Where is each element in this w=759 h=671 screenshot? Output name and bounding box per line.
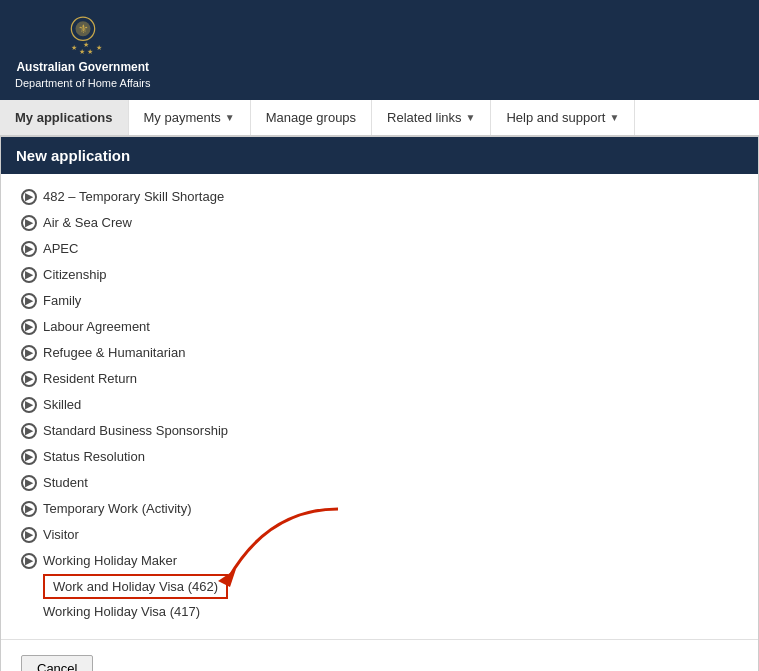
- app-item-refugee[interactable]: ▶Refugee & Humanitarian: [21, 340, 738, 366]
- expand-icon-status-resolution: ▶: [21, 449, 37, 465]
- gov-name-line1: Australian Government: [15, 60, 151, 76]
- section-header: New application: [1, 137, 758, 174]
- my-payments-caret: ▼: [225, 112, 235, 123]
- nav-my-applications[interactable]: My applications: [0, 100, 129, 135]
- app-item-resident-return[interactable]: ▶Resident Return: [21, 366, 738, 392]
- sub-item-working-holiday-417[interactable]: Working Holiday Visa (417): [21, 599, 738, 624]
- logo-area: ⚜ ★ ★ ★ ★ ★ Australian Government Depart…: [15, 10, 151, 90]
- app-item-status-resolution[interactable]: ▶Status Resolution: [21, 444, 738, 470]
- nav-manage-groups[interactable]: Manage groups: [251, 100, 372, 135]
- expand-icon-temp-work: ▶: [21, 501, 37, 517]
- expand-icon-standard-business: ▶: [21, 423, 37, 439]
- app-item-citizenship[interactable]: ▶Citizenship: [21, 262, 738, 288]
- expand-icon-labour-agreement: ▶: [21, 319, 37, 335]
- app-item-air-sea-crew[interactable]: ▶Air & Sea Crew: [21, 210, 738, 236]
- svg-text:★: ★: [70, 44, 76, 51]
- svg-text:★: ★: [87, 48, 93, 55]
- nav-related-links[interactable]: Related links ▼: [372, 100, 491, 135]
- app-item-482[interactable]: ▶482 – Temporary Skill Shortage: [21, 184, 738, 210]
- main-content: New application ▶482 – Temporary Skill S…: [0, 136, 759, 671]
- svg-text:★: ★: [95, 44, 101, 51]
- expand-icon-refugee: ▶: [21, 345, 37, 361]
- nav-help-support[interactable]: Help and support ▼: [491, 100, 635, 135]
- svg-text:★: ★: [79, 48, 85, 55]
- app-item-skilled[interactable]: ▶Skilled: [21, 392, 738, 418]
- app-item-apec[interactable]: ▶APEC: [21, 236, 738, 262]
- app-item-temp-work[interactable]: ▶Temporary Work (Activity): [21, 496, 738, 522]
- app-item-standard-business[interactable]: ▶Standard Business Sponsorship: [21, 418, 738, 444]
- gov-name-line2: Department of Home Affairs: [15, 76, 151, 90]
- expand-icon-resident-return: ▶: [21, 371, 37, 387]
- gov-text: Australian Government Department of Home…: [15, 60, 151, 90]
- nav-my-payments[interactable]: My payments ▼: [129, 100, 251, 135]
- app-item-family[interactable]: ▶Family: [21, 288, 738, 314]
- expand-icon-citizenship: ▶: [21, 267, 37, 283]
- government-logo: ⚜ ★ ★ ★ ★ ★: [58, 10, 108, 60]
- app-item-labour-agreement[interactable]: ▶Labour Agreement: [21, 314, 738, 340]
- section-title: New application: [16, 147, 130, 164]
- cancel-button[interactable]: Cancel: [21, 655, 93, 671]
- nav-bar: My applications My payments ▼ Manage gro…: [0, 100, 759, 136]
- expand-icon-student: ▶: [21, 475, 37, 491]
- related-links-caret: ▼: [466, 112, 476, 123]
- application-list: ▶482 – Temporary Skill Shortage▶Air & Se…: [1, 174, 758, 634]
- expand-icon-482: ▶: [21, 189, 37, 205]
- expand-icon-skilled: ▶: [21, 397, 37, 413]
- cancel-section: Cancel: [1, 639, 758, 671]
- expand-icon-visitor: ▶: [21, 527, 37, 543]
- app-item-student[interactable]: ▶Student: [21, 470, 738, 496]
- expand-icon-apec: ▶: [21, 241, 37, 257]
- expand-icon-air-sea-crew: ▶: [21, 215, 37, 231]
- app-item-working-holiday-maker[interactable]: ▶Working Holiday Maker: [21, 548, 738, 574]
- sub-item-work-holiday-462[interactable]: Work and Holiday Visa (462): [43, 574, 228, 599]
- app-item-visitor[interactable]: ▶Visitor: [21, 522, 738, 548]
- expand-icon-working-holiday-maker: ▶: [21, 553, 37, 569]
- help-support-caret: ▼: [609, 112, 619, 123]
- svg-text:⚜: ⚜: [77, 22, 88, 35]
- expand-icon-family: ▶: [21, 293, 37, 309]
- svg-text:★: ★: [83, 41, 89, 48]
- page-header: ⚜ ★ ★ ★ ★ ★ Australian Government Depart…: [0, 0, 759, 100]
